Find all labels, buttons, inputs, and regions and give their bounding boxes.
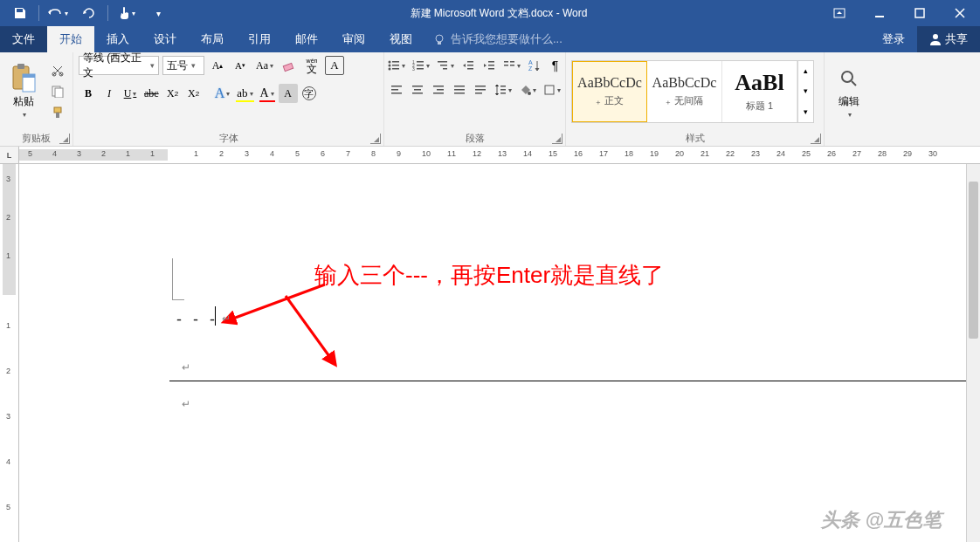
font-color-button[interactable]: A▾ (258, 84, 277, 103)
save-button[interactable] (5, 1, 35, 25)
tab-design[interactable]: 设计 (141, 26, 189, 52)
tab-file[interactable]: 文件 (0, 26, 47, 52)
style-no-spacing[interactable]: AaBbCcDc ₊ 无间隔 (647, 61, 722, 122)
svg-point-17 (388, 61, 390, 64)
tell-me-placeholder: 告诉我您想要做什么... (451, 31, 562, 47)
qat-customize-button[interactable]: ▾ (143, 1, 173, 25)
cut-button[interactable] (48, 62, 67, 79)
clear-formatting-button[interactable] (280, 56, 299, 75)
line-spacing-button[interactable]: ▾ (492, 80, 514, 99)
horizontal-ruler[interactable]: L 54321112345678910111213141516171819202… (0, 147, 980, 164)
svg-text:Z: Z (528, 65, 533, 72)
svg-rect-36 (488, 65, 494, 66)
search-icon (839, 69, 859, 88)
document-page[interactable]: 输入三个---，再按Enter就是直线了 - - - ↵ ↵ ↵ 头条 @五色笔 (19, 164, 966, 542)
superscript-button[interactable]: X2 (184, 84, 204, 103)
svg-rect-28 (417, 68, 424, 70)
style-normal[interactable]: AaBbCcDc ₊ 正文 (572, 61, 647, 122)
sign-in-button[interactable]: 登录 (870, 26, 917, 52)
redo-button[interactable] (74, 1, 104, 25)
svg-point-62 (528, 92, 531, 95)
tab-mail[interactable]: 邮件 (283, 26, 330, 52)
shrink-font-button[interactable]: A▾ (231, 56, 250, 75)
style-heading-1[interactable]: AaBl 标题 1 (722, 61, 797, 122)
asian-layout-button[interactable]: ▾ (500, 56, 523, 75)
gallery-scroll-down[interactable]: ▾ (798, 81, 813, 101)
tab-view[interactable]: 视图 (377, 26, 424, 52)
align-right-button[interactable] (429, 80, 448, 99)
multilevel-list-button[interactable]: ▾ (434, 56, 457, 75)
styles-launcher[interactable] (811, 134, 821, 144)
phonetic-guide-button[interactable]: wén文 (302, 56, 321, 75)
svg-rect-51 (437, 89, 444, 91)
svg-rect-1 (875, 16, 884, 17)
align-distributed-button[interactable] (471, 80, 490, 99)
increase-indent-button[interactable] (480, 56, 499, 75)
bold-button[interactable]: B (79, 84, 98, 103)
tab-review[interactable]: 审阅 (330, 26, 377, 52)
subscript-button[interactable]: X2 (163, 84, 183, 103)
svg-rect-50 (433, 86, 444, 87)
share-button[interactable]: 共享 (917, 26, 980, 52)
italic-button[interactable]: I (100, 84, 119, 103)
scrollbar-thumb[interactable] (969, 182, 978, 339)
vertical-ruler[interactable]: 321123456 (0, 164, 19, 542)
paste-button[interactable] (10, 65, 38, 93)
svg-rect-40 (504, 65, 508, 66)
group-paragraph: ▾ 123▾ ▾ ▾ AZ ¶ ▾ ▾ ▾ 段落 (384, 52, 566, 146)
tab-references[interactable]: 引用 (236, 26, 283, 52)
font-size-combo[interactable]: 五号▾ (162, 56, 204, 75)
grow-font-button[interactable]: A▴ (208, 56, 227, 75)
underline-button[interactable]: U▾ (121, 84, 140, 103)
vertical-scrollbar[interactable] (966, 164, 980, 542)
tab-insert[interactable]: 插入 (94, 26, 141, 52)
numbering-button[interactable]: 123▾ (410, 56, 432, 75)
tell-me-search[interactable]: 告诉我您想要做什么... (424, 26, 571, 52)
character-border-button[interactable]: A (325, 56, 344, 75)
highlight-button[interactable]: ab▾ (234, 84, 255, 103)
align-center-button[interactable] (408, 80, 427, 99)
enclose-characters-button[interactable]: 字 (300, 84, 319, 103)
ribbon-display-options-button[interactable] (819, 0, 859, 26)
bullets-button[interactable]: ▾ (385, 56, 408, 75)
paragraph-launcher[interactable] (552, 134, 562, 144)
character-shading-button[interactable]: A (279, 84, 298, 103)
svg-rect-52 (433, 93, 444, 94)
align-left-button[interactable] (387, 80, 406, 99)
font-launcher[interactable] (370, 134, 381, 144)
sort-button[interactable]: AZ (525, 56, 544, 75)
strikethrough-button[interactable]: abc (141, 84, 162, 103)
styles-gallery-more: ▴ ▾ ▾ (797, 61, 813, 122)
find-button[interactable] (835, 65, 863, 93)
styles-gallery: AaBbCcDc ₊ 正文 AaBbCcDc ₊ 无间隔 AaBl 标题 1 ▴… (571, 60, 814, 123)
svg-rect-58 (475, 93, 482, 94)
tab-selector[interactable]: L (0, 147, 19, 164)
align-justify-button[interactable] (450, 80, 469, 99)
maximize-button[interactable] (900, 0, 940, 26)
gallery-scroll-up[interactable]: ▴ (798, 61, 813, 81)
svg-rect-22 (392, 68, 399, 70)
shading-button[interactable]: ▾ (516, 80, 539, 99)
touch-mode-button[interactable]: ▾ (112, 1, 141, 25)
text-cursor (215, 306, 216, 326)
tab-home[interactable]: 开始 (47, 26, 94, 52)
copy-button[interactable] (48, 83, 67, 100)
close-button[interactable] (940, 0, 980, 26)
svg-point-21 (388, 68, 390, 71)
svg-rect-24 (417, 61, 424, 63)
tab-layout[interactable]: 布局 (189, 26, 236, 52)
change-case-button[interactable]: Aa▾ (253, 56, 276, 75)
paragraph-mark-icon: ↵ (222, 312, 231, 325)
gallery-expand[interactable]: ▾ (798, 101, 813, 121)
format-painter-button[interactable] (48, 104, 67, 121)
clipboard-launcher[interactable] (59, 134, 70, 144)
minimize-button[interactable] (859, 0, 900, 26)
font-name-combo[interactable]: 等线 (西文正文▾ (79, 56, 159, 75)
decrease-indent-button[interactable] (459, 56, 478, 75)
paragraph-mark-icon: ↵ (182, 398, 190, 410)
text-effects-button[interactable]: A▾ (212, 84, 233, 103)
undo-button[interactable]: ▾ (43, 1, 72, 25)
svg-text:3: 3 (412, 66, 415, 71)
show-marks-button[interactable]: ¶ (546, 56, 565, 75)
borders-button[interactable]: ▾ (541, 80, 563, 99)
